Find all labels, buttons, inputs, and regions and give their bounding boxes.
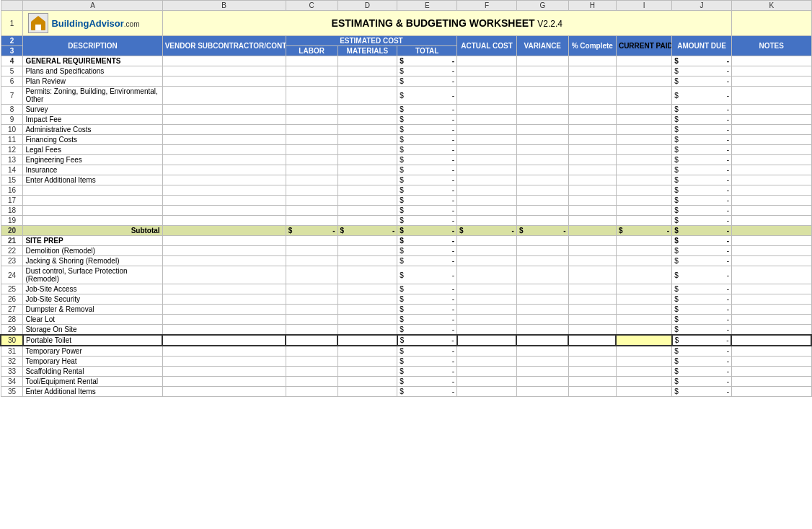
table-row: 11 Financing Costs $- $-: [1, 135, 811, 145]
rn-4: 4: [1, 56, 23, 66]
col-j-header[interactable]: J: [672, 1, 732, 11]
total-header: TOTAL: [397, 46, 457, 56]
logo-cell: BuildingAdvisor.com: [23, 11, 162, 36]
table-row: 12 Legal Fees $- $-: [1, 145, 811, 155]
title-row: 1 BuildingAdvisor.com: [1, 11, 811, 36]
table-row: 15 Enter Additional Items $- $-: [1, 175, 811, 185]
table-row: 7 Permits: Zoning, Building, Environment…: [1, 87, 811, 105]
general-req-label: GENERAL REQUIREMENTS: [23, 56, 162, 66]
table-row: 28 Clear Lot $- $-: [1, 315, 811, 325]
table-row: 24 Dust control, Surface Protection (Rem…: [1, 266, 811, 284]
description-header: DESCRIPTION: [23, 36, 162, 56]
col-f-header[interactable]: F: [457, 1, 517, 11]
materials-header: MATERIALS: [337, 46, 397, 56]
rn-1: 1: [1, 11, 23, 36]
col-i-header[interactable]: I: [616, 1, 671, 11]
section-general-requirements: 4 GENERAL REQUIREMENTS $- $-: [1, 56, 811, 66]
table-row: 27 Dumpster & Removal $- $-: [1, 305, 811, 315]
table-row: 35 Enter Additional Items $- $-: [1, 387, 811, 397]
table-row: 26 Job-Site Security $- $-: [1, 294, 811, 305]
col-b-header[interactable]: B: [162, 1, 286, 11]
svg-marker-1: [31, 16, 45, 22]
logo-icon: [28, 13, 48, 33]
svg-rect-2: [35, 25, 41, 30]
rn-3: 3: [1, 46, 23, 56]
table-row: 33 Scaffolding Rental $- $-: [1, 367, 811, 377]
subtotal-label: Subtotal: [23, 226, 162, 236]
notes-header: NOTES: [731, 36, 811, 56]
general-req-amount-due: $-: [672, 56, 732, 66]
column-letters-row: A B C D E F G H I J K: [1, 1, 811, 11]
col-g-header[interactable]: G: [516, 1, 568, 11]
variance-header: VARIANCE: [516, 36, 568, 56]
spreadsheet: A B C D E F G H I J K 1: [0, 0, 812, 529]
table-row: 8 Survey $- $-: [1, 105, 811, 115]
col-d-header[interactable]: D: [337, 1, 397, 11]
table-row: 19 $- $-: [1, 216, 811, 226]
table-row: 10 Administrative Costs $- $-: [1, 125, 811, 135]
rn-2: 2: [1, 36, 23, 46]
col-e-header[interactable]: E: [397, 1, 457, 11]
section-site-prep: 21 SITE PREP $- $-: [1, 236, 811, 246]
labor-header: LABOR: [286, 46, 337, 56]
col-k-header[interactable]: K: [731, 1, 811, 11]
table-row: 29 Storage On Site $- $-: [1, 325, 811, 336]
vendor-header: VENDOR SUBCONTRACTOR/CONTRACT OR: [162, 36, 286, 56]
table-row: 9 Impact Fee $- $-: [1, 115, 811, 125]
table-row: 23 Jacking & Shoring (Remodel) $- $-: [1, 256, 811, 266]
corner-cell: [1, 1, 23, 11]
table-row: 16 $- $-: [1, 185, 811, 196]
table-row: 22 Demolition (Remodel) $- $-: [1, 246, 811, 256]
worksheet-title: ESTIMATING & BUDGETING WORKSHEET V2.2.4: [162, 11, 731, 36]
table-row-portable-toilet: 30 Portable Toilet $- $-: [1, 335, 811, 346]
actual-cost-header: ACTUAL COST: [457, 36, 517, 56]
table-row: 5 Plans and Specifications $- $-: [1, 66, 811, 76]
table-row: 14 Insurance $- $-: [1, 165, 811, 175]
header-row-2: 2 DESCRIPTION VENDOR SUBCONTRACTOR/CONTR…: [1, 36, 811, 46]
general-req-total: $-: [397, 56, 457, 66]
table-row: 31 Temporary Power $- $-: [1, 346, 811, 357]
table-row: 18 $- $-: [1, 206, 811, 216]
subtotal-row-general: 20 Subtotal $- $- $- $- $- $- $-: [1, 226, 811, 236]
logo-text: BuildingAdvisor.com: [51, 18, 139, 29]
table-row: 6 Plan Review $- $-: [1, 76, 811, 87]
table-row: 32 Temporary Heat $- $-: [1, 357, 811, 367]
title-notes-cell: [731, 11, 811, 36]
table-row: 17 $- $-: [1, 196, 811, 206]
col-c-header[interactable]: C: [286, 1, 337, 11]
table-row: 34 Tool/Equipment Rental $- $-: [1, 377, 811, 387]
estimated-cost-header: ESTIMATED COST: [286, 36, 456, 46]
col-a-header[interactable]: A: [23, 1, 162, 11]
table-row: 13 Engineering Fees $- $-: [1, 155, 811, 165]
col-h-header[interactable]: H: [568, 1, 616, 11]
site-prep-label: SITE PREP: [23, 236, 162, 246]
current-paid-portable-toilet[interactable]: [616, 335, 671, 346]
table-row: 25 Job-Site Access $- $-: [1, 284, 811, 294]
pct-complete-header: % Complete: [568, 36, 616, 56]
amount-due-header: AMOUNT DUE: [672, 36, 732, 56]
current-paid-header: CURRENT PAID: [616, 36, 671, 56]
